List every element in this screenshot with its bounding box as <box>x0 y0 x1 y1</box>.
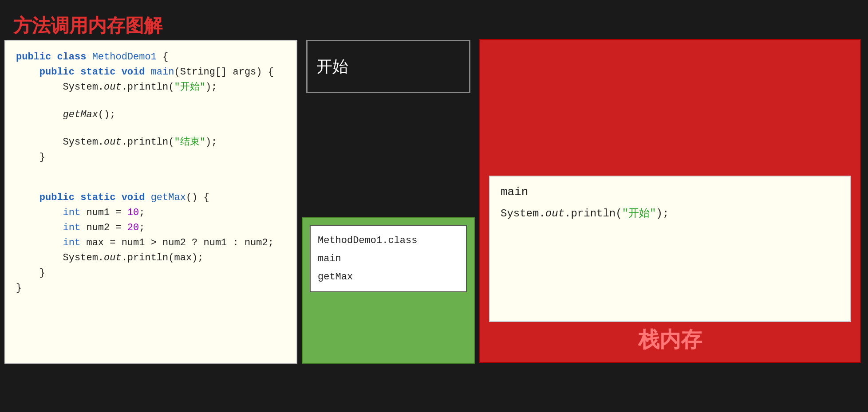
code-blank-3 <box>16 165 286 178</box>
code-line-14: int max = num1 > num2 ? num1 : num2; <box>16 235 286 251</box>
code-line-11: public static void getMax() { <box>16 190 286 205</box>
method-row-3: getMax <box>318 268 459 286</box>
code-panel: public class MethodDemo1 { public static… <box>4 40 297 364</box>
code-line-12: int num1 = 10; <box>16 205 286 220</box>
code-line-3: System.out.println("开始"); <box>16 80 286 95</box>
method-row-1: MethodDemo1.class <box>318 232 459 250</box>
start-box: 开始 <box>306 40 470 93</box>
code-line-1: public class MethodDemo1 { <box>16 50 286 65</box>
code-line-16: } <box>16 266 286 281</box>
method-table: MethodDemo1.class main getMax <box>310 225 467 292</box>
method-area: MethodDemo1.class main getMax <box>302 217 475 364</box>
frame-title: main <box>501 185 840 199</box>
code-line-17: } <box>16 281 286 296</box>
main-frame: main System.out.println("开始"); <box>489 176 851 322</box>
code-blank-1 <box>16 95 286 107</box>
code-line-7: System.out.println("结束"); <box>16 135 286 150</box>
frame-code-line: System.out.println("开始"); <box>501 206 840 220</box>
code-line-15: System.out.println(max); <box>16 251 286 266</box>
code-blank-2 <box>16 122 286 135</box>
code-line-13: int num2 = 20; <box>16 220 286 235</box>
stack-label: 栈内存 <box>480 326 860 354</box>
code-line-8: } <box>16 150 286 165</box>
stack-area: main System.out.println("开始"); 栈内存 <box>479 39 861 363</box>
code-blank-4 <box>16 178 286 190</box>
code-line-2: public static void main(String[] args) { <box>16 65 286 80</box>
start-label: 开始 <box>316 56 348 78</box>
page-title: 方法调用内存图解 <box>13 13 162 38</box>
code-line-5: getMax(); <box>16 107 286 122</box>
method-row-2: main <box>318 250 459 268</box>
